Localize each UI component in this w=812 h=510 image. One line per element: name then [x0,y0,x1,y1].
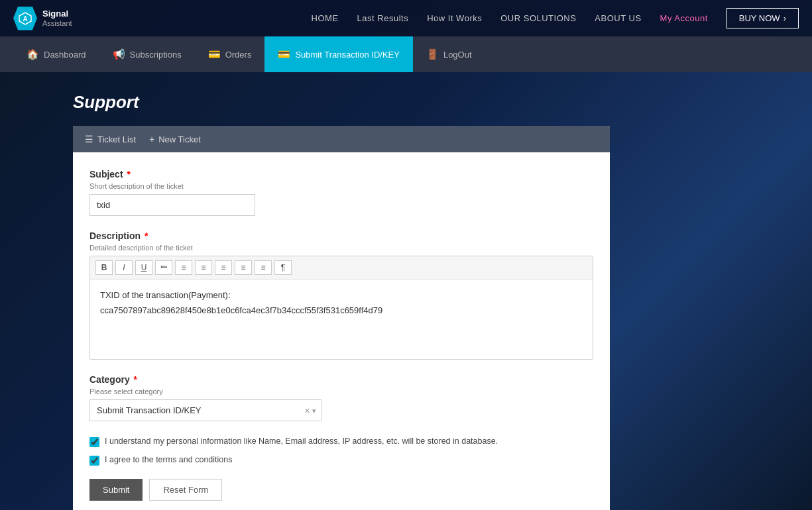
nav-home[interactable]: HOME [312,13,339,23]
dashboard-icon: 🏠 [27,48,39,60]
subject-input[interactable] [89,194,255,216]
new-ticket-tab[interactable]: + New Ticket [149,134,201,144]
toolbar-quote[interactable]: ❝❝ [155,260,172,275]
terms-checkbox-label: I agree to the terms and conditions [105,454,232,466]
svg-text:A: A [23,15,27,23]
arrow-right-icon: › [783,13,786,23]
subnav-logout[interactable]: 🚪 LogOut [413,36,485,72]
subnav-subscriptions[interactable]: 📢 Subscriptions [99,36,195,72]
subnav-submit-transaction[interactable]: 💳 Submit Transaction ID/KEY [264,36,413,72]
description-hint: Detailed description of the ticket [89,244,593,252]
page-title: Support [73,92,739,113]
category-select[interactable]: Submit Transaction ID/KEY General Inquir… [89,399,321,421]
subnav-dashboard[interactable]: 🏠 Dashboard [13,36,99,72]
submit-button[interactable]: Submit [89,479,143,501]
reset-button[interactable]: Reset Form [149,479,222,501]
subject-required: * [127,169,130,179]
toolbar-ordered-list[interactable]: ≡ [255,260,272,275]
ticket-header: ☰ Ticket List + New Ticket [73,126,610,152]
editor-toolbar: B I U ❝❝ ≡ ≡ ≡ ≡ ≡ ¶ [90,256,593,280]
logout-icon: 🚪 [426,48,439,60]
privacy-checkbox-group: I understand my personal information lik… [89,436,593,448]
toolbar-align-right[interactable]: ≡ [215,260,232,275]
new-ticket-icon: + [149,134,154,144]
rich-text-editor: B I U ❝❝ ≡ ≡ ≡ ≡ ≡ ¶ TXID of the transac… [89,256,593,360]
category-select-wrapper: Submit Transaction ID/KEY General Inquir… [89,399,321,421]
category-field-group: Category * Please select category Submit… [89,374,593,421]
description-label: Description * [89,230,593,241]
category-required: * [134,374,137,385]
nav-how-it-works[interactable]: How It Works [427,13,482,23]
submit-transaction-icon: 💳 [278,48,290,60]
subject-label: Subject * [89,169,593,179]
toolbar-align-left[interactable]: ≡ [175,260,192,275]
toolbar-unordered-list[interactable]: ≡ [235,260,252,275]
nav-our-solutions[interactable]: OUR SOLUTIONS [500,13,576,23]
category-hint: Please select category [89,387,593,395]
toolbar-align-center[interactable]: ≡ [195,260,212,275]
ticket-list-icon: ☰ [85,134,93,144]
subject-hint: Short description of the ticket [89,182,593,190]
nav-about-us[interactable]: ABOUT US [595,13,641,23]
toolbar-paragraph[interactable]: ¶ [274,260,292,275]
txid-value: cca7507897abc89628f450e8b1e0c6fca4ec3f7b… [100,304,583,317]
page-content: Support ☰ Ticket List + New Ticket Subje… [0,72,812,510]
subnav-orders[interactable]: 💳 Orders [195,36,265,72]
nav-my-account[interactable]: My Account [660,13,708,23]
description-field-group: Description * Detailed description of th… [89,230,593,360]
brand-icon: A [13,7,37,30]
toolbar-italic[interactable]: I [115,260,133,275]
nav-links: HOME Last Results How It Works OUR SOLUT… [312,8,799,28]
category-label: Category * [89,374,593,385]
toolbar-underline[interactable]: U [135,260,152,275]
subnav: 🏠 Dashboard 📢 Subscriptions 💳 Orders 💳 S… [0,36,812,72]
ticket-body: Subject * Short description of the ticke… [73,152,610,510]
toolbar-bold[interactable]: B [95,260,113,275]
buy-now-button[interactable]: BUY NOW › [726,8,799,28]
terms-checkbox[interactable] [89,456,99,466]
privacy-checkbox[interactable] [89,437,99,447]
subject-field-group: Subject * Short description of the ticke… [89,169,593,216]
orders-icon: 💳 [208,48,221,60]
nav-last-results[interactable]: Last Results [357,13,409,23]
ticket-list-tab[interactable]: ☰ Ticket List [85,134,136,144]
brand: A Signal Assistant [13,7,72,30]
subscriptions-icon: 📢 [113,48,125,60]
editor-content[interactable]: TXID of the transaction(Payment): cca750… [90,280,593,359]
privacy-checkbox-label: I understand my personal information lik… [105,436,498,448]
navbar: A Signal Assistant HOME Last Results How… [0,0,812,36]
form-buttons: Submit Reset Form [89,479,593,501]
ticket-card: ☰ Ticket List + New Ticket Subject * Sho… [73,126,610,510]
txid-label: TXID of the transaction(Payment): [100,289,583,302]
terms-checkbox-group: I agree to the terms and conditions [89,454,593,466]
brand-text: Signal Assistant [42,9,72,28]
description-required: * [145,230,148,241]
